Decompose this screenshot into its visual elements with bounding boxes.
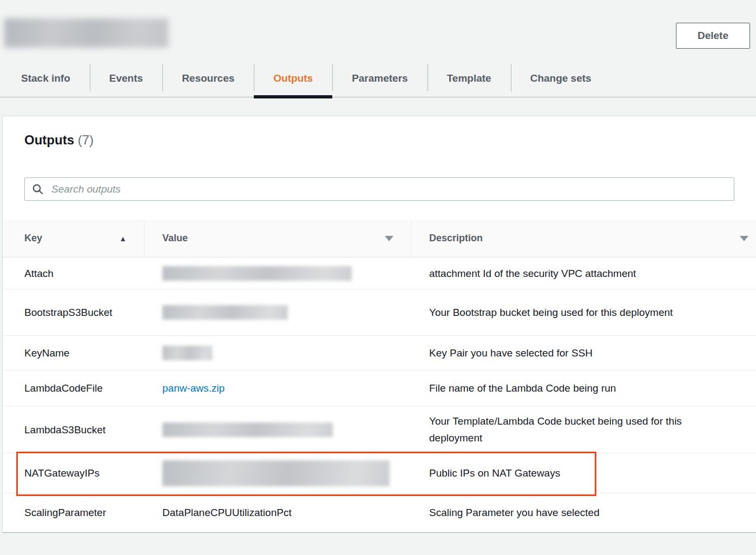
output-description: Scaling Parameter you have selected bbox=[411, 498, 756, 527]
panel-title: Outputs (7) bbox=[3, 116, 756, 148]
tab-change-sets[interactable]: Change sets bbox=[511, 60, 611, 97]
stack-name-redacted bbox=[4, 18, 168, 48]
delete-button[interactable]: Delete bbox=[676, 23, 750, 49]
output-description: attachment Id of the security VPC attach… bbox=[411, 259, 756, 288]
panel-title-text: Outputs bbox=[24, 133, 74, 147]
output-value bbox=[144, 260, 411, 287]
output-description: Your Template/Lambda Code bucket being u… bbox=[411, 406, 756, 453]
column-header-key[interactable]: Key ▲ bbox=[3, 220, 144, 257]
tab-resources[interactable]: Resources bbox=[162, 60, 254, 97]
redacted-value bbox=[162, 422, 333, 437]
table-row-highlighted: NATGatewayIPsPublic IPs on NAT Gateways bbox=[3, 453, 756, 493]
output-key: LambdaCodeFile bbox=[3, 373, 144, 403]
output-value: DataPlaneCPUUtilizationPct bbox=[144, 500, 411, 525]
sort-ascending-icon[interactable]: ▲ bbox=[119, 235, 127, 242]
output-key: ScalingParameter bbox=[3, 498, 144, 527]
output-key: BootstrapS3Bucket bbox=[3, 298, 144, 327]
table-row: BootstrapS3BucketYour Bootstrap bucket b… bbox=[3, 289, 756, 336]
output-value: panw-aws.zip bbox=[144, 376, 411, 401]
table-row: LambdaCodeFilepanw-aws.zipFile name of t… bbox=[3, 371, 756, 406]
column-label-description: Description bbox=[429, 233, 483, 244]
output-value bbox=[144, 299, 411, 326]
redacted-value bbox=[162, 346, 212, 360]
output-value bbox=[144, 339, 411, 367]
table-row: LambdaS3BucketYour Template/Lambda Code … bbox=[3, 406, 756, 453]
filter-icon-description[interactable] bbox=[740, 236, 748, 241]
output-description: File name of the Lambda Code being run bbox=[411, 373, 756, 403]
page-header: Delete bbox=[0, 0, 756, 60]
output-key: LambdaS3Bucket bbox=[3, 415, 144, 445]
table-header: Key ▲ Value Description bbox=[3, 220, 756, 257]
outputs-table: Key ▲ Value Description Attachattachment… bbox=[3, 220, 756, 532]
column-label-key: Key bbox=[24, 233, 42, 244]
outputs-table-body: Attachattachment Id of the security VPC … bbox=[3, 257, 756, 532]
column-label-value: Value bbox=[162, 233, 188, 244]
redacted-value bbox=[162, 305, 288, 320]
output-key: NATGatewayIPs bbox=[3, 458, 144, 488]
output-description: Public IPs on NAT Gateways bbox=[411, 458, 756, 488]
output-key: KeyName bbox=[3, 338, 144, 368]
output-description: Key Pair you have selected for SSH bbox=[411, 338, 756, 368]
tab-stack-info[interactable]: Stack info bbox=[2, 60, 90, 97]
redacted-value bbox=[162, 460, 390, 486]
tab-events[interactable]: Events bbox=[90, 60, 162, 97]
outputs-panel: Outputs (7) Key ▲ Value Description Atta… bbox=[2, 116, 756, 533]
table-row: Attachattachment Id of the security VPC … bbox=[3, 257, 756, 289]
table-row: ScalingParameterDataPlaneCPUUtilizationP… bbox=[3, 493, 756, 532]
search-input[interactable] bbox=[50, 183, 727, 196]
redacted-value bbox=[162, 266, 352, 281]
column-header-description[interactable]: Description bbox=[411, 220, 756, 257]
outputs-count: (7) bbox=[78, 133, 94, 147]
search-box bbox=[24, 177, 734, 201]
output-description: Your Bootstrap bucket being used for thi… bbox=[411, 298, 756, 327]
filter-icon-value[interactable] bbox=[385, 236, 393, 241]
tab-parameters[interactable]: Parameters bbox=[332, 60, 428, 97]
value-text: DataPlaneCPUUtilizationPct bbox=[162, 507, 292, 518]
value-link[interactable]: panw-aws.zip bbox=[162, 382, 225, 394]
stack-tabs: Stack info Events Resources Outputs Para… bbox=[0, 60, 756, 97]
column-header-value[interactable]: Value bbox=[144, 220, 411, 257]
table-row: KeyNameKey Pair you have selected for SS… bbox=[3, 336, 756, 371]
tab-outputs[interactable]: Outputs bbox=[254, 60, 332, 97]
search-icon bbox=[32, 183, 44, 195]
tab-template[interactable]: Template bbox=[428, 60, 511, 97]
output-key: Attach bbox=[3, 259, 144, 288]
output-value bbox=[144, 454, 411, 493]
output-value bbox=[144, 416, 411, 444]
